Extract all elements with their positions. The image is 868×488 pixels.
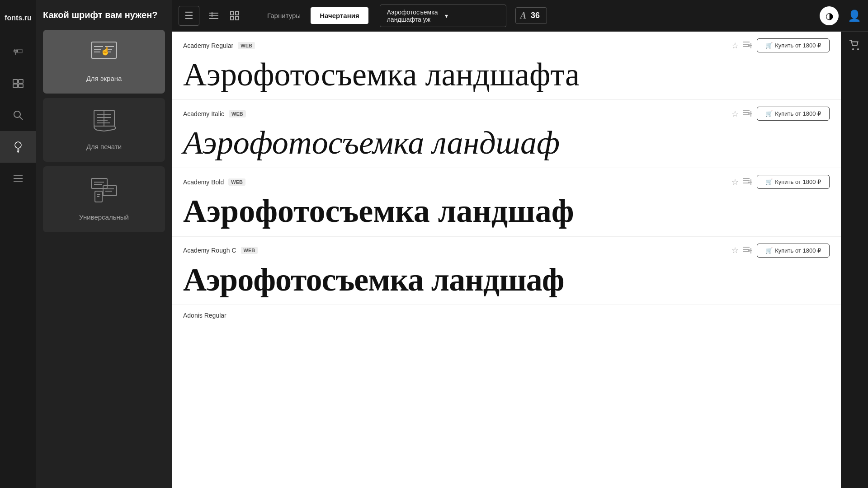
category-print-label: Для печати — [86, 143, 122, 150]
category-screen[interactable]: ☝ Для экрана — [43, 30, 165, 94]
font-size-icon: A — [520, 10, 526, 21]
svg-rect-47 — [231, 17, 234, 20]
menu-button[interactable]: ☰ — [179, 6, 199, 26]
font-entry-header: Academy Rough C WEB ☆ — [183, 244, 830, 258]
svg-rect-46 — [236, 12, 239, 15]
font-size-control: A 36 — [515, 7, 547, 24]
svg-line-9 — [19, 117, 23, 120]
universal-icon — [90, 178, 118, 206]
font-actions: ☆ 🛒 Купить от 180 — [731, 244, 830, 258]
font-entry-adonis: Adonis Regular — [172, 305, 841, 326]
add-to-list-button[interactable] — [743, 108, 752, 119]
main-area: ☰ — [172, 0, 868, 488]
buy-button[interactable]: 🛒 Купить от 1800 ₽ — [757, 175, 830, 189]
svg-point-69 — [853, 49, 854, 50]
cart-icon-small: 🛒 — [765, 247, 773, 254]
contrast-button[interactable]: ◑ — [820, 6, 839, 25]
tab-styles[interactable]: Начертания — [311, 7, 368, 24]
svg-rect-4 — [13, 80, 18, 83]
svg-text:☝: ☝ — [100, 46, 111, 56]
svg-rect-7 — [19, 84, 23, 88]
star-button[interactable]: ☆ — [731, 41, 739, 51]
list-add-icon — [743, 108, 752, 117]
cart-sidebar-icon[interactable] — [845, 36, 863, 57]
user-button[interactable]: 👤 — [848, 9, 861, 22]
list-add-icon — [743, 245, 752, 253]
font-preview: Аэрофотосъемка ландшаф — [183, 193, 830, 229]
list-view-icon — [209, 12, 218, 20]
font-entry-header: Academy Italic WEB ☆ — [183, 107, 830, 121]
cart-icon-small: 🛒 — [765, 110, 773, 117]
star-button[interactable]: ☆ — [731, 245, 739, 255]
font-entry-academy-bold: Academy Bold WEB ☆ — [172, 168, 841, 236]
content-area: Academy Regular WEB ☆ — [172, 32, 868, 488]
svg-point-70 — [858, 49, 859, 50]
contrast-icon: ◑ — [826, 10, 833, 21]
category-universal[interactable]: Универсальный — [43, 166, 165, 232]
sidebar-icons: fonts.ru — [0, 0, 36, 488]
font-actions: ☆ 🛒 Купить от 180 — [731, 38, 830, 52]
dropdown-arrow: ▾ — [445, 12, 499, 19]
add-to-list-button[interactable] — [743, 40, 752, 51]
screen-icon: ☝ — [90, 41, 118, 68]
font-preview: Аэрофотосъемка ландшаф — [183, 125, 830, 161]
add-to-list-button[interactable] — [743, 245, 752, 256]
panel-title: Какой шрифт вам нужен? — [43, 9, 165, 21]
svg-rect-45 — [231, 12, 234, 15]
buy-label: Купить от 1800 ₽ — [775, 42, 821, 49]
svg-point-8 — [14, 111, 20, 117]
right-sidebar — [841, 32, 868, 488]
star-button[interactable]: ☆ — [731, 109, 739, 119]
print-icon — [92, 109, 117, 136]
category-universal-label: Универсальный — [79, 213, 129, 221]
view-grid-button[interactable] — [225, 8, 245, 24]
font-badge: WEB — [228, 178, 245, 186]
font-badge: WEB — [238, 42, 255, 49]
font-actions: ☆ 🛒 Купить от 180 — [731, 107, 830, 121]
svg-point-10 — [15, 142, 21, 148]
view-buttons — [204, 8, 245, 24]
font-preview: Аэрофотосъемка ландшаф — [183, 262, 830, 298]
font-name: Academy Italic — [183, 110, 224, 117]
font-name: Academy Rough C — [183, 247, 236, 254]
preview-text-selector[interactable]: Аэрофотосъемка ландшафта уж ▾ — [380, 5, 506, 27]
sidebar-item-ideas[interactable] — [0, 131, 36, 163]
buy-button[interactable]: 🛒 Купить от 1800 ₽ — [757, 107, 830, 121]
star-button[interactable]: ☆ — [731, 177, 739, 187]
font-entry-header: Academy Bold WEB ☆ — [183, 175, 830, 189]
font-entry-header: Academy Regular WEB ☆ — [183, 38, 830, 52]
sidebar-item-wrench[interactable] — [0, 36, 36, 68]
font-size-value[interactable]: 36 — [528, 11, 542, 20]
left-panel: Какой шрифт вам нужен? ☝ Д — [36, 0, 172, 488]
view-list-button[interactable] — [204, 8, 224, 24]
buy-button[interactable]: 🛒 Купить от 1800 ₽ — [757, 38, 830, 52]
category-print[interactable]: Для печати — [43, 98, 165, 162]
font-name: Academy Bold — [183, 178, 224, 186]
font-entry-academy-regular: Academy Regular WEB ☆ — [172, 32, 841, 100]
add-to-list-button[interactable] — [743, 177, 752, 187]
list-add-icon — [743, 40, 752, 48]
svg-rect-48 — [236, 17, 239, 20]
user-icon: 👤 — [848, 9, 861, 22]
buy-label: Купить от 1800 ₽ — [775, 110, 821, 117]
sidebar-item-lines[interactable] — [0, 163, 36, 194]
tab-faces[interactable]: Гарнитуры — [258, 7, 310, 24]
buy-label: Купить от 1800 ₽ — [775, 247, 821, 254]
font-entry-academy-italic: Academy Italic WEB ☆ — [172, 100, 841, 168]
sidebar-item-list[interactable] — [0, 68, 36, 99]
font-badge: WEB — [229, 110, 246, 117]
font-preview: Аэрофотосъемка ландшафта — [183, 57, 830, 93]
site-logo[interactable]: fonts.ru — [0, 5, 36, 32]
grid-view-icon — [230, 11, 239, 20]
toolbar: ☰ — [172, 0, 868, 32]
cart-icon-small: 🛒 — [765, 42, 773, 49]
tab-group: Гарнитуры Начертания — [258, 7, 368, 24]
svg-rect-31 — [91, 178, 107, 188]
buy-button[interactable]: 🛒 Купить от 1800 ₽ — [757, 244, 830, 258]
category-grid: ☝ Для экрана Для печати — [43, 30, 165, 232]
font-name: Academy Regular — [183, 42, 233, 49]
sidebar-item-search[interactable] — [0, 99, 36, 131]
cart-icon-small: 🛒 — [765, 178, 773, 185]
menu-icon: ☰ — [184, 10, 193, 22]
font-list: Academy Regular WEB ☆ — [172, 32, 841, 488]
